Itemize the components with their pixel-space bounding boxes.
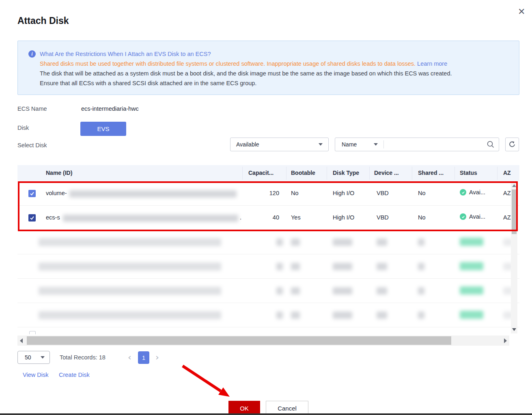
- scroll-down-icon[interactable]: [512, 328, 516, 331]
- table-header-row: Name (ID) Capacit... Bootable Disk Type …: [17, 165, 519, 181]
- banner-warning-text: Shared disks must be used together with …: [40, 60, 416, 67]
- col-status[interactable]: Status: [460, 170, 477, 176]
- scroll-up-icon[interactable]: [512, 184, 516, 187]
- capacity-value: 120: [242, 190, 279, 196]
- search-bar[interactable]: Name: [335, 138, 499, 151]
- banner-question-link[interactable]: What Are the Restrictions When I Attach …: [40, 49, 513, 59]
- scroll-left-icon[interactable]: [20, 338, 23, 343]
- az-value: AZ: [503, 214, 511, 221]
- table-row-blurred[interactable]: [17, 254, 519, 279]
- next-page-button[interactable]: ›: [155, 353, 159, 362]
- page-size-select[interactable]: 50: [17, 351, 50, 364]
- page-size-value: 50: [25, 354, 31, 361]
- banner-note-1: The disk that will be attached as a syst…: [40, 69, 513, 78]
- col-az[interactable]: AZ: [503, 170, 511, 176]
- search-field-selector[interactable]: Name: [335, 141, 357, 148]
- table-row[interactable]: ecs-s . 40 Yes High I/O VBD No Avai... A…: [17, 206, 519, 230]
- horizontal-scrollbar[interactable]: [17, 335, 509, 346]
- status-available-icon: [460, 189, 466, 196]
- disk-type-evs-button[interactable]: EVS: [80, 122, 126, 136]
- info-banner: i What Are the Restrictions When I Attac…: [17, 41, 519, 95]
- row-checkbox-checked[interactable]: [28, 214, 36, 221]
- refresh-button[interactable]: [505, 138, 519, 151]
- close-icon[interactable]: ✕: [518, 7, 525, 16]
- current-page-button[interactable]: 1: [138, 351, 149, 364]
- device-value: VBD: [377, 190, 389, 196]
- dialog-title: Attach Disk: [17, 15, 69, 26]
- banner-note-2: Ensure that all ECSs with a shared SCSI …: [40, 78, 513, 88]
- chevron-down-icon: [374, 143, 378, 146]
- scroll-right-icon[interactable]: [504, 338, 507, 343]
- status-filter-value: Available: [236, 141, 259, 148]
- create-disk-link[interactable]: Create Disk: [59, 372, 90, 378]
- prev-page-button[interactable]: ‹: [128, 353, 131, 362]
- view-disk-link[interactable]: View Disk: [23, 372, 48, 378]
- col-name[interactable]: Name (ID): [46, 170, 72, 176]
- device-value: VBD: [377, 214, 389, 221]
- vertical-scrollbar[interactable]: [511, 181, 517, 333]
- col-disk-type[interactable]: Disk Type: [333, 170, 359, 176]
- status-filter-select[interactable]: Available: [230, 138, 329, 151]
- refresh-icon: [508, 141, 516, 148]
- disk-label: Disk: [17, 125, 29, 131]
- disk-table: Name (ID) Capacit... Bootable Disk Type …: [17, 165, 519, 333]
- disk-name-suffix: .: [240, 214, 241, 221]
- info-icon: i: [28, 50, 36, 58]
- status-text: Avai...: [469, 213, 485, 220]
- table-row-blurred[interactable]: [17, 279, 519, 303]
- search-icon[interactable]: [487, 140, 495, 148]
- shared-value: No: [418, 190, 426, 196]
- status-badge: Avai...: [460, 213, 485, 220]
- search-input[interactable]: [384, 138, 487, 151]
- ecs-name-value: ecs-intermediaria-hwc: [81, 105, 139, 112]
- check-icon: [29, 215, 35, 221]
- table-row-blurred[interactable]: [17, 303, 519, 327]
- col-device[interactable]: Device ...: [374, 170, 399, 176]
- ok-button[interactable]: OK: [228, 401, 260, 415]
- redacted-disk-id: [69, 190, 237, 198]
- shared-value: No: [418, 214, 426, 221]
- attach-disk-dialog: ✕ Attach Disk i What Are the Restriction…: [0, 0, 532, 415]
- col-shared[interactable]: Shared ...: [418, 170, 444, 176]
- banner-warning-line: Shared disks must be used together with …: [40, 59, 513, 69]
- learn-more-link[interactable]: Learn more: [417, 60, 447, 67]
- disk-type-value: High I/O: [333, 214, 354, 221]
- table-row-blurred[interactable]: [17, 230, 519, 254]
- check-icon: [29, 191, 35, 196]
- table-row[interactable]: volume- 120 No High I/O VBD No Avai... A…: [17, 181, 519, 206]
- capacity-value: 40: [242, 214, 279, 221]
- vertical-scrollbar-thumb[interactable]: [512, 189, 517, 234]
- screenshot-bottom-edge: [0, 413, 532, 415]
- cancel-button[interactable]: Cancel: [266, 401, 308, 415]
- col-capacity[interactable]: Capacit...: [248, 170, 274, 176]
- row-checkbox-checked[interactable]: [28, 190, 36, 197]
- bootable-value: No: [291, 190, 299, 196]
- disk-name: volume-: [46, 190, 67, 196]
- status-badge: Avai...: [460, 189, 485, 196]
- az-value: AZ: [503, 190, 511, 196]
- ecs-name-label: ECS Name: [17, 105, 47, 112]
- horizontal-scrollbar-thumb[interactable]: [27, 336, 451, 345]
- disk-type-value: High I/O: [333, 190, 354, 196]
- status-available-icon: [460, 213, 466, 220]
- select-disk-label: Select Disk: [17, 142, 47, 148]
- col-bootable[interactable]: Bootable: [291, 170, 315, 176]
- redacted-disk-id: [63, 215, 238, 222]
- status-text: Avai...: [469, 189, 485, 196]
- row-checkbox-partial[interactable]: [29, 331, 36, 334]
- chevron-down-icon: [41, 356, 45, 359]
- bootable-value: Yes: [291, 214, 301, 221]
- total-records: Total Records: 18: [60, 354, 106, 361]
- disk-name: ecs-s: [46, 214, 60, 221]
- chevron-down-icon: [319, 143, 323, 146]
